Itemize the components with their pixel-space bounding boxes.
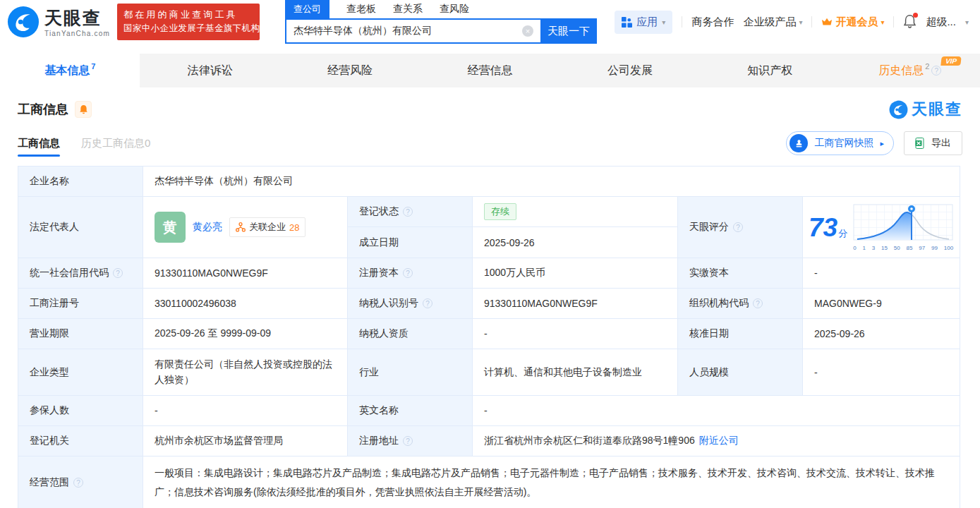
insured-count-value: - [143,396,348,425]
tianyancha-logo[interactable]: 天眼查 TianYanCha.com [7,6,110,38]
subtab-history-registration[interactable]: 历史工商信息0 [81,137,150,150]
field-label: 核准日期 [678,319,803,349]
help-icon[interactable]: ? [113,268,123,278]
export-button[interactable]: 导出 [904,131,962,155]
arrow-right-icon: ▸ [880,139,884,148]
registration-status-value: 存续 [473,197,678,227]
field-label: 统一社会信用代码? [18,258,143,288]
field-label: 经营范围? [18,456,143,508]
stamp-icon [794,139,804,148]
official-snapshot-button[interactable]: 工商官网快照 ▸ [786,131,894,155]
paid-capital-value: - [803,258,960,288]
tab-business-info[interactable]: 经营信息 [420,54,559,87]
table-row: 企业类型 有限责任公司（非自然人投资或控股的法人独资） 行业 计算机、通信和其他… [18,349,960,396]
tab-basic-info[interactable]: 基本信息7 [0,54,140,87]
notifications-button[interactable] [903,14,917,30]
field-label: 企业类型 [18,349,143,395]
field-label: 纳税人识别号? [348,289,473,318]
field-label: 企业名称 [18,167,143,196]
help-icon[interactable]: ? [403,207,413,217]
search-input[interactable] [285,18,540,44]
field-label: 成立日期 [348,227,473,258]
divider [682,16,682,28]
help-icon[interactable]: ? [733,222,743,232]
table-row: 企业名称 杰华特半导体（杭州）有限公司 [18,167,960,197]
business-scope-value: 一般项目：集成电路设计；集成电路芯片及产品制造；集成电路芯片及产品销售；电子元器… [143,456,960,508]
credit-code-value: 91330110MAG0NWEG9F [143,258,348,288]
apps-menu[interactable]: 应用 ▾ [615,11,672,34]
crown-icon [821,17,833,27]
search-tab-boss[interactable]: 查老板 [346,3,376,18]
search-tab-risk[interactable]: 查风险 [440,3,469,18]
establish-date-value: 2025-09-26 [473,227,678,258]
field-label: 纳税人资质 [348,319,473,349]
business-term-value: 2025-09-26 至 9999-09-09 [143,319,348,349]
subtab-business-registration[interactable]: 工商信息 [18,137,60,150]
search-button[interactable]: 天眼一下 [540,18,597,44]
registration-authority-value: 杭州市余杭区市场监督管理局 [143,426,348,456]
score-unit: 分 [838,228,847,238]
help-icon[interactable]: ? [753,298,763,308]
business-coop-link[interactable]: 商务合作 [691,16,734,29]
nearby-companies-link[interactable]: 附近公司 [699,435,739,447]
company-type-value: 有限责任公司（非自然人投资或控股的法人独资） [143,349,348,395]
search-tab-relation[interactable]: 查关系 [393,3,423,18]
legal-rep-value: 黄 黄必亮 关联企业 28 [143,197,348,258]
notification-dot [913,13,918,18]
score-number: 73 [809,213,837,242]
subscribe-bell-button[interactable] [75,101,92,118]
status-badge: 存续 [484,203,516,220]
help-icon[interactable]: ? [423,298,432,308]
avatar[interactable]: 黄 [155,212,186,243]
user-menu[interactable]: 超级... [926,16,956,29]
enterprise-product-menu[interactable]: 企业级产品 ▾ [743,16,802,29]
search-tab-company[interactable]: 查公司 [285,0,329,18]
field-label: 组织机构代码? [678,289,803,318]
help-icon[interactable]: ? [73,478,83,488]
brand-domain: TianYanCha.com [44,30,110,37]
tab-count: 7 [91,62,95,71]
tab-operational-risk[interactable]: 经营风险 [280,54,420,87]
field-label: 注册地址? [348,426,473,456]
registration-number-value: 330110002496038 [143,289,348,318]
registered-address-value: 浙江省杭州市余杭区仁和街道奉欣路98号1幢906 附近公司 [473,426,960,456]
field-label: 人员规模 [678,349,803,395]
table-row: 登记机关 杭州市余杭区市场监督管理局 注册地址? 浙江省杭州市余杭区仁和街道奉欣… [18,426,960,456]
chevron-down-icon: ▾ [662,18,665,26]
apps-grid-icon [622,17,632,28]
table-row: 营业期限 2025-09-26 至 9999-09-09 纳税人资质 - 核准日… [18,319,960,349]
field-label: 参保人数 [18,396,143,425]
divider [893,16,894,28]
tab-legal-proceedings[interactable]: 法律诉讼 [140,54,279,87]
promo-line1: 都在用的商业查询工具 [123,8,253,22]
org-code-value: MAG0NWEG-9 [803,289,960,318]
watermark-logo: 天眼查 [889,99,962,120]
field-label: 行业 [348,349,473,395]
tyc-score-value[interactable]: 73分 [803,197,960,258]
bell-icon [79,104,88,114]
tianyancha-logo-icon [889,100,908,119]
table-row: 工商注册号 330110002496038 纳税人识别号? 91330110MA… [18,289,960,319]
org-chart-icon [236,222,246,232]
brand-name: 天眼查 [44,6,110,30]
chevron-down-icon: ▾ [799,18,802,26]
promo-line2: 国家中小企业发展子基金旗下机构 [123,22,253,35]
legal-rep-link[interactable]: 黄必亮 [193,221,222,234]
table-row: 参保人数 - 英文名称 - [18,396,960,426]
field-label: 天眼评分 ? [678,197,803,258]
table-row: 经营范围? 一般项目：集成电路设计；集成电路芯片及产品制造；集成电路芯片及产品销… [18,456,960,508]
tab-intellectual-property[interactable]: 知识产权 [700,54,840,87]
score-distribution-chart: 0131550859799100 [853,204,953,251]
open-vip-menu[interactable]: 开通会员 ▾ [821,16,884,29]
tab-history-info[interactable]: VIP 历史信息2 ? [840,54,980,87]
section-title: 工商信息 [18,101,68,118]
clear-icon[interactable]: × [522,25,533,37]
taxpayer-qualification-value: - [473,319,678,349]
search-area: 查公司 查老板 查关系 查风险 × 天眼一下 [285,0,597,44]
field-label: 英文名称 [348,396,473,425]
tab-company-development[interactable]: 公司发展 [560,54,700,87]
related-companies-badge[interactable]: 关联企业 28 [229,217,306,237]
help-icon[interactable]: ? [403,436,413,446]
help-icon[interactable]: ? [403,268,413,278]
help-icon[interactable]: ? [931,66,941,75]
